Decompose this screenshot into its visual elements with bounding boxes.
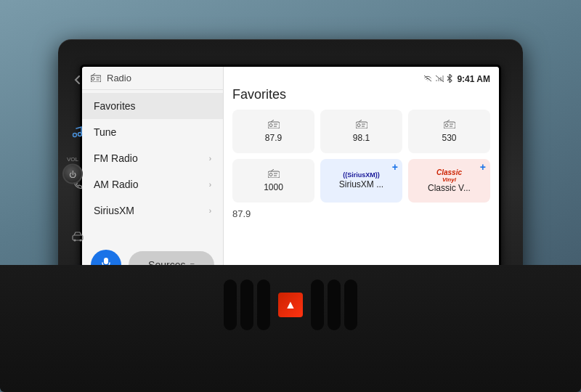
svg-rect-12 <box>436 80 437 81</box>
nav-item-favorites[interactable]: Favorites <box>82 93 223 119</box>
nav-item-favorites-label: Favorites <box>94 100 136 112</box>
power-icon: ⏻ <box>69 170 76 178</box>
vent-slot <box>328 279 341 330</box>
svg-point-18 <box>269 124 272 127</box>
chevron-right-icon: › <box>209 181 211 189</box>
vent-slot <box>344 279 357 330</box>
status-bar: 9:41 AM <box>232 74 490 84</box>
status-icons <box>423 74 452 84</box>
classic-vinyl-logo: Classic Vinyl <box>436 168 462 184</box>
fav-radio-icon <box>268 169 280 180</box>
vent-slot <box>311 279 324 330</box>
content-title: Favorites <box>232 87 490 102</box>
vent-slot <box>240 279 253 330</box>
car-console: ▲ <box>0 265 581 392</box>
svg-point-24 <box>269 173 272 176</box>
svg-rect-8 <box>104 258 108 264</box>
favorite-item-879[interactable]: 87.9 <box>232 110 314 153</box>
svg-point-20 <box>357 124 360 127</box>
car-background: VOL ⏻ <box>0 0 581 392</box>
svg-point-0 <box>73 134 77 137</box>
fav-radio-icon <box>268 120 280 131</box>
nav-item-fm-radio[interactable]: FM Radio › <box>82 145 223 171</box>
car-icon[interactable] <box>68 227 87 246</box>
favorite-item-530[interactable]: 530 <box>408 110 490 153</box>
fav-530-label: 530 <box>442 133 456 143</box>
favorites-grid: 87.9 <box>232 110 490 203</box>
vol-control[interactable]: VOL ⏻ <box>62 156 83 184</box>
favorite-item-1000[interactable]: 1000 <box>232 159 314 203</box>
fav-879-label: 87.9 <box>265 133 282 143</box>
chevron-right-icon: › <box>209 155 211 163</box>
screen-content: Radio Favorites Tune FM Radio <box>82 67 499 287</box>
nav-header: Radio <box>82 67 223 90</box>
vent-slot <box>257 279 270 330</box>
favorite-item-siriusxm[interactable]: + ((SiriusXM)) SiriusXM ... <box>320 159 402 203</box>
center-console: ▲ <box>224 279 357 330</box>
fav-1000-label: 1000 <box>264 182 283 192</box>
music-icon[interactable] <box>68 123 87 142</box>
favorite-item-classic-vinyl[interactable]: + Classic Vinyl Classic V... <box>408 159 490 203</box>
hazard-button[interactable]: ▲ <box>278 293 303 317</box>
svg-point-7 <box>92 77 94 80</box>
fav-radio-icon <box>356 120 367 131</box>
fav-981-label: 98.1 <box>353 133 370 143</box>
status-time: 9:41 AM <box>457 74 490 84</box>
nav-item-am-radio[interactable]: AM Radio › <box>82 171 223 197</box>
bluetooth-icon <box>447 74 452 84</box>
fav-plus-icon: + <box>480 162 486 172</box>
nav-item-siriusxm-label: SiriusXM <box>94 205 134 216</box>
svg-point-3 <box>74 240 76 242</box>
nav-item-am-radio-label: AM Radio <box>94 179 138 190</box>
nav-item-tune-label: Tune <box>94 126 116 138</box>
vent-slot <box>224 279 237 330</box>
content-panel: 9:41 AM Favorites <box>224 67 499 287</box>
vol-label: VOL <box>62 156 83 163</box>
favorite-item-981[interactable]: 98.1 <box>320 110 402 153</box>
wifi-icon <box>423 75 432 83</box>
vol-knob-circle[interactable]: ⏻ <box>62 164 83 184</box>
current-station: 87.9 <box>232 208 490 219</box>
nav-panel: Radio Favorites Tune FM Radio <box>82 67 224 287</box>
svg-rect-15 <box>442 75 444 81</box>
nav-item-siriusxm[interactable]: SiriusXM › <box>82 197 223 224</box>
nav-items-list: Favorites Tune FM Radio › AM Radio <box>82 90 223 242</box>
svg-rect-13 <box>438 78 439 81</box>
svg-point-4 <box>80 240 82 242</box>
siriusxm-logo: ((SiriusXM)) <box>343 172 380 179</box>
svg-rect-6 <box>91 75 101 82</box>
chevron-right-icon: › <box>209 207 211 215</box>
fav-classic-label: Classic V... <box>428 183 471 193</box>
radio-header-icon <box>91 73 101 83</box>
fav-radio-icon <box>444 120 455 131</box>
svg-point-22 <box>445 124 448 127</box>
back-icon[interactable] <box>68 70 87 89</box>
fav-siriusxm-label: SiriusXM ... <box>339 179 383 189</box>
nav-item-tune[interactable]: Tune <box>82 119 223 145</box>
svg-point-1 <box>78 133 82 136</box>
signal-icon <box>435 75 444 83</box>
nav-header-title: Radio <box>107 73 131 83</box>
nav-item-fm-radio-label: FM Radio <box>94 152 138 164</box>
fav-plus-icon: + <box>392 162 398 172</box>
